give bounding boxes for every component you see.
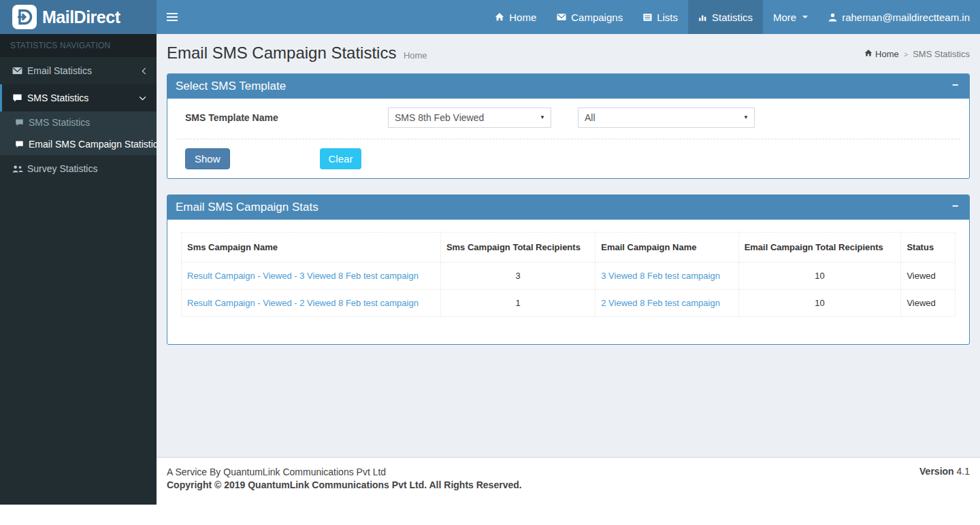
nav-more[interactable]: More [763,0,818,34]
home-icon [864,49,872,59]
sms-campaign-link[interactable]: Result Campaign - Viewed - 3 Viewed 8 Fe… [187,271,419,281]
chevron-left-icon [142,67,146,75]
hamburger-bar [167,20,178,21]
email-sms-campaign-stats-panel: Email SMS Campaign Stats − Sms Campaign … [167,194,970,345]
email-total-recipients-cell: 10 [738,262,901,290]
page-title: Email SMS Campaign Statistics [167,44,396,62]
breadcrumb-current: SMS Statistics [913,49,970,59]
envelope-icon [557,13,566,21]
footer-service-text: A Service By QuantumLink Communications … [167,467,970,477]
sidebar-subitem-sms-statistics[interactable]: SMS Statistics [0,112,157,133]
sidebar-item-email-statistics[interactable]: Email Statistics [0,57,157,84]
sms-campaign-link[interactable]: Result Campaign - Viewed - 2 Viewed 8 Fe… [187,298,419,308]
nav-user-menu[interactable]: raheman@maildirectteam.in [818,0,980,34]
comment-icon [12,93,27,103]
sidebar-item-label: Survey Statistics [27,163,146,174]
bar-chart-icon [698,13,707,22]
brand-name: MailDirect [42,7,120,27]
page-subtitle: Home [404,50,427,61]
email-campaign-link[interactable]: 2 Viewed 8 Feb test campaign [601,298,720,308]
sidebar-submenu-sms: SMS Statistics Email SMS Campaign Statis… [0,112,157,155]
column-sms-campaign-name: Sms Campaign Name [182,233,441,262]
panel-title: Select SMS Template [176,80,286,92]
status-cell: Viewed [901,262,956,290]
nav-user-email: raheman@maildirectteam.in [842,12,970,23]
nav-more-label: More [773,12,796,23]
email-total-recipients-cell: 10 [738,290,901,317]
sms-template-name-label: SMS Template Name [185,107,388,123]
caret-down-icon [802,16,808,18]
page-header: Email SMS Campaign Statistics Home Home … [167,44,970,63]
nav-lists[interactable]: Lists [633,0,688,34]
panel-title: Email SMS Campaign Stats [176,201,318,214]
sidebar-subitem-label: SMS Statistics [29,117,90,128]
sidebar-toggle-button[interactable] [157,0,187,34]
nav-home[interactable]: Home [485,0,546,34]
sms-template-select[interactable]: SMS 8th Feb Viewed [388,107,551,128]
sidebar-item-sms-statistics[interactable]: SMS Statistics [0,84,157,112]
select-sms-template-panel-header: Select SMS Template − [167,74,969,99]
clear-button[interactable]: Clear [320,148,362,169]
top-navbar: MailDirect Home Campaigns Lists Statisti… [0,0,980,34]
breadcrumb-separator: > [904,50,908,58]
version-value: 4.1 [957,466,970,477]
column-email-campaign-total-recipients: Email Campaign Total Recipients [738,233,901,262]
email-sms-campaign-stats-panel-body: Sms Campaign Name Sms Campaign Total Rec… [167,220,969,344]
sms-total-recipients-cell: 1 [440,290,595,317]
nav-statistics-label: Statistics [712,12,753,23]
breadcrumb: Home > SMS Statistics [864,49,970,59]
table-header-row: Sms Campaign Name Sms Campaign Total Rec… [182,233,956,262]
sidebar-item-label: Email Statistics [27,65,142,76]
table-row: Result Campaign - Viewed - 3 Viewed 8 Fe… [182,262,956,290]
sidebar-subitem-email-sms-campaign-statistics[interactable]: Email SMS Campaign Statistics [0,133,157,155]
select-sms-template-panel: Select SMS Template − SMS Template Name … [167,73,970,179]
brand-logo[interactable]: MailDirect [0,0,157,34]
nav-home-label: Home [509,12,536,23]
status-select-wrap: All ▼ [578,107,755,128]
collapse-panel-button[interactable]: − [949,199,961,213]
version-label: Version [919,466,954,477]
footer-version: Version 4.1 [919,466,970,477]
footer-copyright-text: Copyright © 2019 QuantumLink Communicati… [167,479,970,490]
envelope-icon [12,67,27,75]
nav-lists-label: Lists [657,12,678,23]
list-icon [643,13,652,22]
nav-statistics[interactable]: Statistics [688,0,763,34]
home-icon [495,12,504,22]
status-cell: Viewed [901,290,956,317]
sidebar-heading: STATISTICS NAVIGATION [0,34,157,57]
sms-total-recipients-cell: 3 [440,262,595,290]
sidebar-item-label: SMS Statistics [27,92,139,103]
show-button[interactable]: Show [185,148,230,169]
select-sms-template-panel-body: SMS Template Name SMS 8th Feb Viewed ▼ A… [167,99,969,178]
comment-icon [15,140,29,148]
content-area: Email SMS Campaign Statistics Home Home … [157,34,980,457]
column-email-campaign-name: Email Campaign Name [595,233,738,262]
comment-icon [15,118,29,126]
collapse-panel-button[interactable]: − [949,78,961,92]
hamburger-icon [167,13,178,14]
breadcrumb-home-label: Home [875,49,899,59]
sidebar: STATISTICS NAVIGATION Email Statistics S… [0,34,157,505]
sidebar-subitem-label: Email SMS Campaign Statistics [29,139,157,150]
email-campaign-link[interactable]: 3 Viewed 8 Feb test campaign [601,271,720,281]
user-icon [828,13,837,22]
maildirect-logo-icon [12,5,37,29]
nav-campaigns[interactable]: Campaigns [546,0,633,34]
sms-template-select-wrap: SMS 8th Feb Viewed ▼ [388,107,551,128]
email-sms-campaign-stats-panel-header: Email SMS Campaign Stats − [167,195,969,220]
column-sms-campaign-total-recipients: Sms Campaign Total Recipients [440,233,595,262]
hamburger-bar [167,16,178,18]
chevron-down-icon [139,96,146,101]
column-status: Status [901,233,956,262]
users-icon [12,165,27,173]
nav-campaigns-label: Campaigns [571,12,623,23]
campaign-stats-table: Sms Campaign Name Sms Campaign Total Rec… [181,232,956,317]
table-row: Result Campaign - Viewed - 2 Viewed 8 Fe… [182,290,956,317]
status-select[interactable]: All [578,107,755,128]
page-footer: A Service By QuantumLink Communications … [157,457,980,499]
sidebar-item-survey-statistics[interactable]: Survey Statistics [0,155,157,182]
breadcrumb-home-link[interactable]: Home [864,49,899,59]
